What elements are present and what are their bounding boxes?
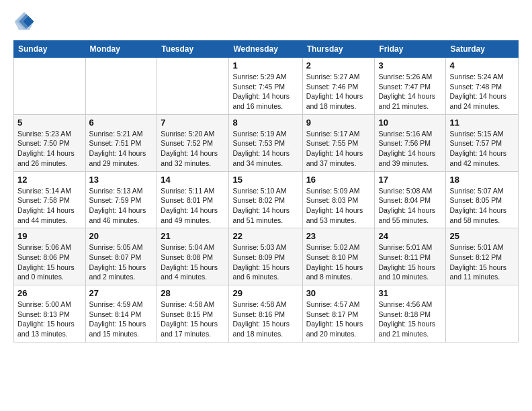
cell-date: 8 — [232, 118, 298, 128]
col-header-monday: Monday — [85, 41, 157, 58]
calendar-cell: 11Sunrise: 5:15 AMSunset: 7:57 PMDayligh… — [446, 114, 519, 171]
calendar-cell: 1Sunrise: 5:29 AMSunset: 7:45 PMDaylight… — [229, 58, 302, 115]
cell-date: 5 — [17, 118, 82, 128]
calendar-cell — [14, 58, 86, 115]
calendar-cell: 29Sunrise: 4:58 AMSunset: 8:16 PMDayligh… — [229, 285, 302, 342]
cell-info: Sunrise: 4:56 AMSunset: 8:18 PMDaylight:… — [378, 300, 442, 339]
cell-date: 9 — [306, 118, 371, 128]
header — [13, 11, 519, 32]
calendar-cell: 3Sunrise: 5:26 AMSunset: 7:47 PMDaylight… — [375, 58, 446, 115]
cell-date: 22 — [232, 231, 298, 241]
logo-icon — [13, 11, 35, 32]
cell-date: 17 — [378, 175, 442, 185]
cell-date: 16 — [306, 175, 371, 185]
calendar-cell: 5Sunrise: 5:23 AMSunset: 7:50 PMDaylight… — [14, 114, 86, 171]
cell-date: 15 — [232, 175, 298, 185]
calendar-cell: 12Sunrise: 5:14 AMSunset: 7:58 PMDayligh… — [14, 171, 86, 228]
cell-info: Sunrise: 5:19 AMSunset: 7:53 PMDaylight:… — [232, 129, 298, 169]
calendar-cell — [446, 285, 519, 342]
calendar-table: SundayMondayTuesdayWednesdayThursdayFrid… — [13, 40, 519, 342]
cell-date: 1 — [232, 60, 298, 71]
cell-date: 18 — [449, 175, 515, 185]
cell-info: Sunrise: 5:24 AMSunset: 7:48 PMDaylight:… — [449, 72, 515, 111]
col-header-wednesday: Wednesday — [229, 41, 302, 58]
cell-date: 27 — [89, 288, 154, 298]
calendar-cell: 2Sunrise: 5:27 AMSunset: 7:46 PMDaylight… — [302, 58, 375, 115]
cell-info: Sunrise: 5:17 AMSunset: 7:55 PMDaylight:… — [306, 129, 371, 169]
cell-info: Sunrise: 5:27 AMSunset: 7:46 PMDaylight:… — [306, 72, 371, 111]
calendar-cell: 21Sunrise: 5:04 AMSunset: 8:08 PMDayligh… — [157, 228, 229, 285]
calendar-cell: 30Sunrise: 4:57 AMSunset: 8:17 PMDayligh… — [302, 285, 375, 342]
cell-info: Sunrise: 5:20 AMSunset: 7:52 PMDaylight:… — [161, 129, 225, 169]
cell-info: Sunrise: 5:21 AMSunset: 7:51 PMDaylight:… — [89, 129, 154, 169]
cell-info: Sunrise: 5:23 AMSunset: 7:50 PMDaylight:… — [17, 129, 82, 169]
cell-info: Sunrise: 5:09 AMSunset: 8:03 PMDaylight:… — [306, 186, 371, 226]
cell-date: 21 — [161, 231, 225, 241]
calendar-cell — [157, 58, 229, 115]
header-row: SundayMondayTuesdayWednesdayThursdayFrid… — [14, 41, 519, 58]
calendar-cell: 16Sunrise: 5:09 AMSunset: 8:03 PMDayligh… — [302, 171, 375, 228]
cell-info: Sunrise: 5:10 AMSunset: 8:02 PMDaylight:… — [232, 186, 298, 226]
calendar-week-4: 19Sunrise: 5:06 AMSunset: 8:06 PMDayligh… — [14, 228, 519, 285]
col-header-friday: Friday — [375, 41, 446, 58]
cell-date: 6 — [89, 118, 154, 128]
cell-info: Sunrise: 4:57 AMSunset: 8:17 PMDaylight:… — [306, 300, 371, 339]
cell-date: 3 — [378, 60, 442, 71]
cell-date: 23 — [306, 231, 371, 241]
cell-info: Sunrise: 5:15 AMSunset: 7:57 PMDaylight:… — [449, 129, 515, 169]
cell-info: Sunrise: 4:58 AMSunset: 8:15 PMDaylight:… — [161, 300, 225, 339]
cell-info: Sunrise: 5:03 AMSunset: 8:09 PMDaylight:… — [232, 242, 298, 282]
page: SundayMondayTuesdayWednesdayThursdayFrid… — [0, 0, 532, 353]
logo — [13, 11, 38, 32]
calendar-cell: 27Sunrise: 4:59 AMSunset: 8:14 PMDayligh… — [85, 285, 157, 342]
calendar-cell: 31Sunrise: 4:56 AMSunset: 8:18 PMDayligh… — [375, 285, 446, 342]
calendar-cell — [85, 58, 157, 115]
calendar-cell: 9Sunrise: 5:17 AMSunset: 7:55 PMDaylight… — [302, 114, 375, 171]
cell-date: 25 — [449, 231, 515, 241]
cell-date: 14 — [161, 175, 225, 185]
calendar-cell: 19Sunrise: 5:06 AMSunset: 8:06 PMDayligh… — [14, 228, 86, 285]
cell-info: Sunrise: 5:04 AMSunset: 8:08 PMDaylight:… — [161, 242, 225, 282]
col-header-tuesday: Tuesday — [157, 41, 229, 58]
calendar-cell: 28Sunrise: 4:58 AMSunset: 8:15 PMDayligh… — [157, 285, 229, 342]
cell-date: 13 — [89, 175, 154, 185]
calendar-cell: 20Sunrise: 5:05 AMSunset: 8:07 PMDayligh… — [85, 228, 157, 285]
cell-date: 4 — [449, 60, 515, 71]
cell-info: Sunrise: 5:13 AMSunset: 7:59 PMDaylight:… — [89, 186, 154, 226]
calendar-cell: 24Sunrise: 5:01 AMSunset: 8:11 PMDayligh… — [375, 228, 446, 285]
col-header-thursday: Thursday — [302, 41, 375, 58]
cell-info: Sunrise: 5:16 AMSunset: 7:56 PMDaylight:… — [378, 129, 442, 169]
cell-date: 31 — [378, 288, 442, 298]
cell-info: Sunrise: 5:02 AMSunset: 8:10 PMDaylight:… — [306, 242, 371, 282]
cell-date: 20 — [89, 231, 154, 241]
cell-info: Sunrise: 5:07 AMSunset: 8:05 PMDaylight:… — [449, 186, 515, 226]
calendar-cell: 8Sunrise: 5:19 AMSunset: 7:53 PMDaylight… — [229, 114, 302, 171]
cell-date: 24 — [378, 231, 442, 241]
calendar-week-5: 26Sunrise: 5:00 AMSunset: 8:13 PMDayligh… — [14, 285, 519, 342]
cell-info: Sunrise: 4:59 AMSunset: 8:14 PMDaylight:… — [89, 300, 154, 339]
calendar-cell: 13Sunrise: 5:13 AMSunset: 7:59 PMDayligh… — [85, 171, 157, 228]
cell-info: Sunrise: 5:06 AMSunset: 8:06 PMDaylight:… — [17, 242, 82, 282]
col-header-sunday: Sunday — [14, 41, 86, 58]
cell-date: 29 — [232, 288, 298, 298]
cell-info: Sunrise: 5:01 AMSunset: 8:12 PMDaylight:… — [449, 242, 515, 282]
calendar-cell: 22Sunrise: 5:03 AMSunset: 8:09 PMDayligh… — [229, 228, 302, 285]
calendar-cell: 15Sunrise: 5:10 AMSunset: 8:02 PMDayligh… — [229, 171, 302, 228]
cell-info: Sunrise: 5:14 AMSunset: 7:58 PMDaylight:… — [17, 186, 82, 226]
calendar-week-3: 12Sunrise: 5:14 AMSunset: 7:58 PMDayligh… — [14, 171, 519, 228]
calendar-cell: 23Sunrise: 5:02 AMSunset: 8:10 PMDayligh… — [302, 228, 375, 285]
calendar-cell: 4Sunrise: 5:24 AMSunset: 7:48 PMDaylight… — [446, 58, 519, 115]
cell-date: 11 — [449, 118, 515, 128]
cell-date: 12 — [17, 175, 82, 185]
cell-info: Sunrise: 5:01 AMSunset: 8:11 PMDaylight:… — [378, 242, 442, 282]
cell-date: 26 — [17, 288, 82, 298]
calendar-cell: 10Sunrise: 5:16 AMSunset: 7:56 PMDayligh… — [375, 114, 446, 171]
cell-info: Sunrise: 4:58 AMSunset: 8:16 PMDaylight:… — [232, 300, 298, 339]
calendar-cell: 26Sunrise: 5:00 AMSunset: 8:13 PMDayligh… — [14, 285, 86, 342]
cell-info: Sunrise: 5:29 AMSunset: 7:45 PMDaylight:… — [232, 72, 298, 111]
cell-date: 2 — [306, 60, 371, 71]
cell-date: 28 — [161, 288, 225, 298]
cell-date: 7 — [161, 118, 225, 128]
calendar-cell: 17Sunrise: 5:08 AMSunset: 8:04 PMDayligh… — [375, 171, 446, 228]
cell-info: Sunrise: 5:11 AMSunset: 8:01 PMDaylight:… — [161, 186, 225, 226]
